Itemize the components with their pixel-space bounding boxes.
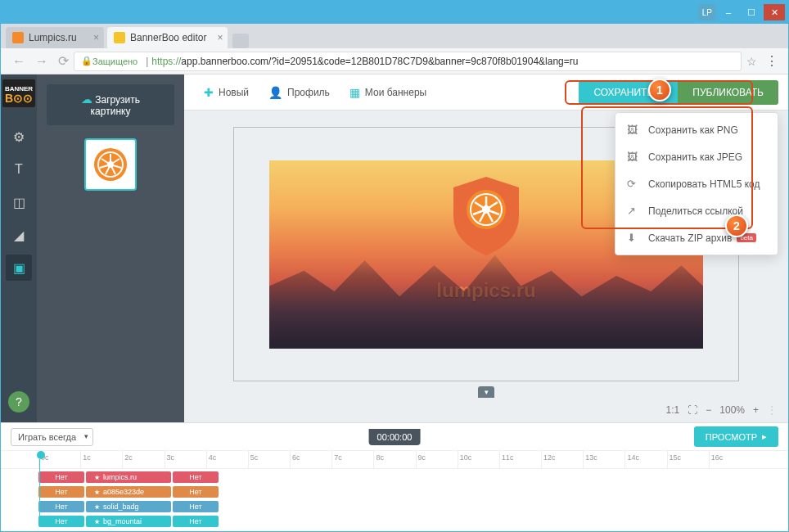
image-thumbnail[interactable] <box>84 138 137 191</box>
new-tab-button[interactable] <box>232 34 249 48</box>
play-mode-select[interactable]: Играть всегда <box>11 428 93 446</box>
play-icon: ▸ <box>762 431 767 442</box>
timeline: Играть всегда 00:00:00 ПРОСМОТР ▸ 0c1c2c… <box>1 422 788 531</box>
banner-text[interactable]: lumpics.ru <box>436 279 535 302</box>
timeline-row[interactable]: Нет★a085e323deНет <box>1 485 788 498</box>
tab-lumpics[interactable]: Lumpics.ru × <box>6 27 104 48</box>
reload-icon[interactable]: ⟳ <box>53 53 74 69</box>
maximize-button[interactable]: ☐ <box>741 4 762 20</box>
new-button[interactable]: ✚Новый <box>194 86 259 99</box>
close-button[interactable]: ✕ <box>764 4 785 20</box>
upload-image-button[interactable]: ☁ Загрузить картинку <box>47 84 174 125</box>
svg-point-24 <box>482 205 490 214</box>
browser-menu-icon[interactable]: ⋮ <box>762 53 782 69</box>
image-tool-icon[interactable]: ▣ <box>6 255 32 281</box>
copy-html5-item[interactable]: ⟳Скопировать HTML5 код <box>615 170 778 197</box>
zoom-level: 100% <box>719 404 745 416</box>
settings-icon[interactable]: ⚙ <box>6 124 32 150</box>
upload-label-2: картинку <box>91 106 131 117</box>
zoom-out-button[interactable]: − <box>706 404 711 416</box>
app-topbar: ✚Новый 👤Профиль ▦Мои баннеры СОХРАНИТЬ ▾… <box>184 74 788 110</box>
user-icon: 👤 <box>268 86 282 99</box>
code-icon: ⟳ <box>627 178 642 190</box>
callout-1: 1 <box>648 79 671 101</box>
address-bar: ← → ⟳ 🔒 Защищено | https:// app.bannerbo… <box>1 48 788 74</box>
tab-title: Lumpics.ru <box>29 32 77 43</box>
grid-icon: ▦ <box>349 86 360 99</box>
star-icon: ★ <box>94 518 100 525</box>
publish-button[interactable]: ПУБЛИКОВАТЬ <box>678 80 778 105</box>
close-icon[interactable]: × <box>93 32 99 43</box>
preview-button[interactable]: ПРОСМОТР ▸ <box>694 426 778 447</box>
time-display: 00:00:00 <box>369 429 421 445</box>
browser-tabs: Lumpics.ru × BannerBoo editor × <box>1 24 788 48</box>
save-png-item[interactable]: 🖼Сохранить как PNG <box>615 116 778 143</box>
svg-text:B⊙⊙: B⊙⊙ <box>5 92 33 105</box>
help-button[interactable]: ? <box>8 391 29 413</box>
forward-icon[interactable]: → <box>30 54 53 69</box>
svg-point-13 <box>107 161 114 168</box>
app-logo: BANNERB⊙⊙ <box>1 74 37 120</box>
timeline-row[interactable]: Нет★lumpics.ruНет <box>1 471 788 484</box>
timeline-row[interactable]: Нет★solid_badgНет <box>1 500 788 513</box>
orange-icon <box>93 147 128 182</box>
save-dropdown: 🖼Сохранить как PNG 🖼Сохранить как JPEG ⟳… <box>615 112 778 255</box>
titlebar: LP – ☐ ✕ <box>1 1 788 24</box>
shape-tool-icon[interactable]: ◫ <box>6 189 32 215</box>
cloud-icon: ☁ <box>81 92 92 106</box>
url-input[interactable]: 🔒 Защищено | https:// app.bannerboo.com/… <box>74 52 742 71</box>
fit-icon[interactable]: ⛶ <box>688 404 697 416</box>
tab-bannerboo[interactable]: BannerBoo editor × <box>107 27 228 48</box>
favicon-icon <box>12 32 24 43</box>
minimize-button[interactable]: – <box>718 4 739 20</box>
playhead-icon[interactable] <box>37 451 45 459</box>
lock-icon: 🔒 Защищено <box>81 56 138 66</box>
zoom-bar: 1:1 ⛶ − 100% + ⋮ <box>184 398 788 422</box>
timeline-row[interactable]: Нет★bg_mountaiНет <box>1 515 788 528</box>
zoom-in-button[interactable]: + <box>753 404 759 416</box>
upload-label: Загрузить <box>95 94 140 106</box>
url-text: app.bannerboo.com/?id=20951&code=12B801D… <box>181 56 578 67</box>
star-icon: ★ <box>94 474 100 481</box>
profile-button[interactable]: 👤Профиль <box>259 86 340 99</box>
close-icon[interactable]: × <box>217 32 223 43</box>
ratio-button[interactable]: 1:1 <box>666 404 680 416</box>
tool-rail: BANNERB⊙⊙ ⚙ T ◫ ◢ ▣ ? <box>1 74 37 422</box>
canvas-area: ✚Новый 👤Профиль ▦Мои баннеры СОХРАНИТЬ ▾… <box>184 74 788 422</box>
side-panel: ☁ Загрузить картинку <box>37 74 184 422</box>
tab-title: BannerBoo editor <box>130 32 206 43</box>
star-icon: ★ <box>94 489 100 496</box>
save-jpeg-item[interactable]: 🖼Сохранить как JPEG <box>615 143 778 170</box>
download-zip-item[interactable]: ⬇Скачать ZIP архивbeta <box>615 224 778 251</box>
url-scheme: https:// <box>151 56 181 67</box>
share-icon: ↗ <box>627 205 642 217</box>
canvas-handle[interactable]: ▾ <box>478 386 494 398</box>
plus-icon: ✚ <box>204 86 214 99</box>
favicon-icon <box>114 32 125 43</box>
text-tool-icon[interactable]: T <box>6 156 32 183</box>
callout-2: 2 <box>725 214 748 237</box>
star-icon: ★ <box>94 503 100 511</box>
fill-tool-icon[interactable]: ◢ <box>6 222 32 248</box>
share-link-item[interactable]: ↗Поделиться ссылкой <box>615 197 778 224</box>
timeline-rows: Нет★lumpics.ruНет Нет★a085e323deНет Нет★… <box>1 469 788 531</box>
back-icon[interactable]: ← <box>7 54 30 69</box>
shield-icon <box>449 175 523 257</box>
download-icon: ⬇ <box>627 232 642 244</box>
bookmark-icon[interactable]: ☆ <box>742 55 762 68</box>
image-icon: 🖼 <box>627 151 642 163</box>
image-icon: 🖼 <box>627 124 642 136</box>
user-badge: LP <box>698 4 716 20</box>
banners-button[interactable]: ▦Мои баннеры <box>340 86 436 99</box>
timeline-ruler[interactable]: 0c1c2c3c4c5c6c7c8c9c10c11c12c13c14c15c16… <box>1 451 788 469</box>
